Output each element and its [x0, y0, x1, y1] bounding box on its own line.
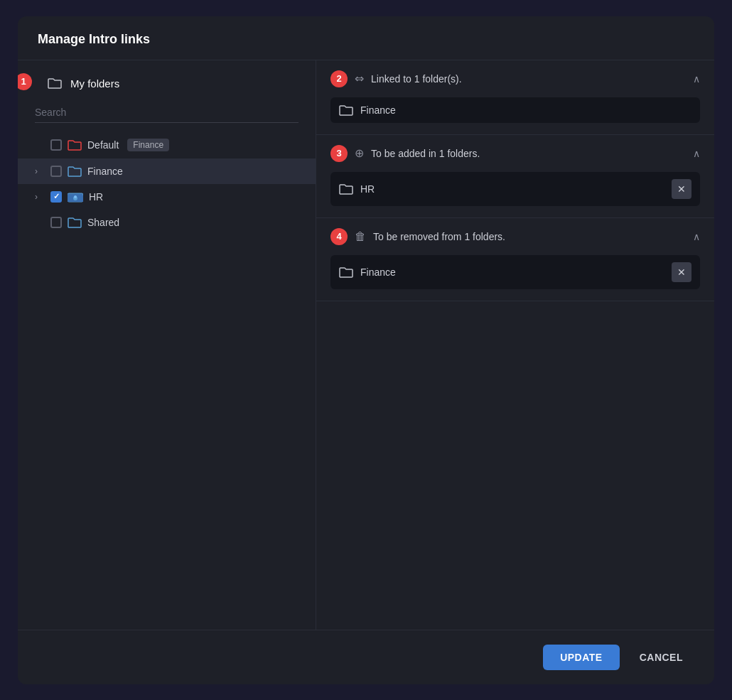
- folder-icon-shared: [68, 217, 82, 228]
- left-panel: 1 My folders › Default Finance: [18, 60, 316, 630]
- list-item[interactable]: › Finance: [18, 158, 316, 184]
- to-add-item-hr-name: HR: [360, 183, 375, 195]
- list-item[interactable]: › Shared: [18, 210, 316, 235]
- to-remove-item-finance-left: Finance: [339, 266, 396, 278]
- to-add-item-hr-left: HR: [339, 183, 375, 195]
- section-linked-header[interactable]: 2 ⇔ Linked to 1 folder(s). ∧: [316, 60, 714, 97]
- section-linked-badge: 2: [330, 70, 348, 87]
- section-to-remove-content: Finance ✕: [316, 255, 714, 301]
- checkbox-shared[interactable]: [50, 217, 62, 228]
- linked-item-finance-name: Finance: [360, 104, 396, 116]
- folder-name-hr: HR: [89, 191, 103, 203]
- list-item[interactable]: › HR: [18, 184, 316, 210]
- section-to-remove-header-left: 4 🗑 To be removed from 1 folders.: [330, 228, 505, 245]
- section-to-add-header-left: 3 ⊕ To be added in 1 folders.: [330, 145, 480, 162]
- section-to-add-content: HR ✕: [316, 172, 714, 217]
- folder-icon-default: [68, 139, 82, 151]
- dialog-title: Manage Intro links: [38, 32, 150, 46]
- update-button[interactable]: UPDATE: [543, 645, 620, 670]
- left-panel-header: 1 My folders: [18, 72, 316, 98]
- manage-intro-links-dialog: Manage Intro links 1 My folders ›: [18, 16, 714, 684]
- section-linked-chevron[interactable]: ∧: [693, 73, 700, 85]
- trash-icon: 🗑: [355, 230, 366, 243]
- section-linked-content: Finance: [316, 97, 714, 134]
- section-to-add-header[interactable]: 3 ⊕ To be added in 1 folders. ∧: [316, 135, 714, 172]
- linked-item-finance-left: Finance: [339, 104, 396, 116]
- search-input[interactable]: [35, 102, 298, 123]
- chevron-hr[interactable]: ›: [35, 192, 45, 202]
- section-linked-title: Linked to 1 folder(s).: [371, 73, 462, 85]
- chevron-finance[interactable]: ›: [35, 166, 45, 176]
- folder-icon-finance: [68, 166, 82, 177]
- folder-list: › Default Finance › Finance: [18, 131, 316, 618]
- folder-name-default: Default: [87, 139, 119, 151]
- dialog-footer: UPDATE CANCEL: [18, 630, 714, 684]
- section-to-remove-title: To be removed from 1 folders.: [373, 231, 505, 242]
- dialog-body: 1 My folders › Default Finance: [18, 60, 714, 630]
- search-container: [18, 98, 316, 131]
- checkbox-finance[interactable]: [50, 166, 62, 177]
- list-item[interactable]: › Default Finance: [18, 131, 316, 158]
- section-linked-header-left: 2 ⇔ Linked to 1 folder(s).: [330, 70, 462, 87]
- folder-name-shared: Shared: [87, 217, 119, 228]
- folder-icon-add-hr: [339, 183, 353, 195]
- remove-finance-button[interactable]: ✕: [672, 262, 691, 282]
- checkbox-default[interactable]: [50, 139, 62, 151]
- link-icon: ⇔: [355, 72, 364, 85]
- to-remove-item-finance-name: Finance: [360, 266, 396, 278]
- left-panel-badge: 1: [18, 73, 32, 90]
- section-to-remove: 4 🗑 To be removed from 1 folders. ∧ Fina…: [316, 218, 714, 301]
- cancel-button[interactable]: CANCEL: [628, 645, 694, 670]
- svg-point-2: [74, 195, 77, 198]
- checkbox-hr[interactable]: [50, 191, 62, 203]
- section-to-remove-chevron[interactable]: ∧: [693, 231, 700, 242]
- folder-icon-hr: [68, 191, 83, 203]
- linked-item-finance: Finance: [330, 97, 700, 123]
- section-to-remove-badge: 4: [330, 228, 348, 245]
- remove-hr-button[interactable]: ✕: [672, 179, 691, 199]
- to-remove-item-finance: Finance ✕: [330, 255, 700, 289]
- folder-tag-default: Finance: [127, 139, 169, 151]
- section-to-remove-header[interactable]: 4 🗑 To be removed from 1 folders. ∧: [316, 218, 714, 255]
- section-to-add-chevron[interactable]: ∧: [693, 148, 700, 159]
- folder-icon-linked-finance: [339, 104, 353, 116]
- to-add-item-hr: HR ✕: [330, 172, 700, 206]
- folder-icon: [48, 77, 62, 89]
- folder-icon-remove-finance: [339, 266, 353, 278]
- right-panel: 2 ⇔ Linked to 1 folder(s). ∧ Finance: [316, 60, 714, 630]
- section-linked: 2 ⇔ Linked to 1 folder(s). ∧ Finance: [316, 60, 714, 135]
- section-to-add-title: To be added in 1 folders.: [371, 148, 480, 159]
- left-panel-title: My folders: [70, 77, 119, 90]
- section-to-add: 3 ⊕ To be added in 1 folders. ∧ HR: [316, 135, 714, 218]
- dialog-header: Manage Intro links: [18, 16, 714, 60]
- section-to-add-badge: 3: [330, 145, 348, 162]
- folder-name-finance: Finance: [87, 166, 123, 177]
- plus-circle-icon: ⊕: [355, 146, 364, 160]
